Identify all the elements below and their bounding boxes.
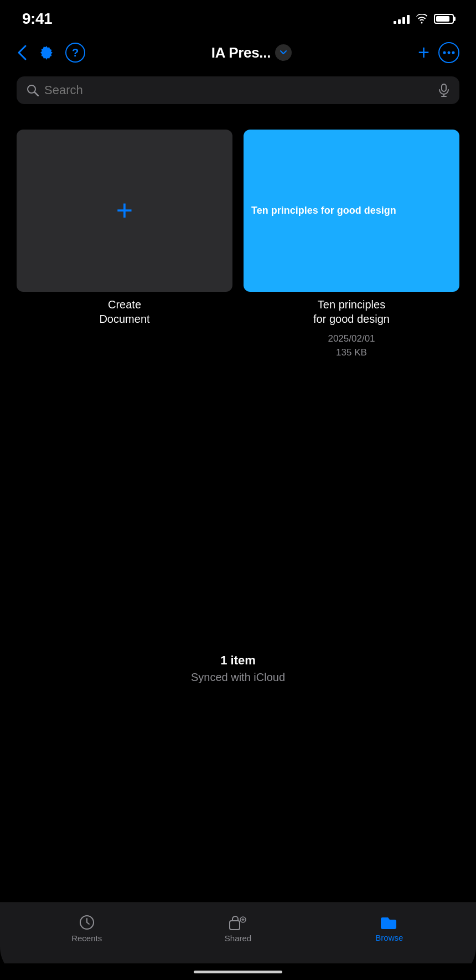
svg-line-4 bbox=[35, 92, 39, 96]
browse-icon bbox=[380, 915, 399, 930]
search-input[interactable] bbox=[44, 83, 433, 97]
svg-point-0 bbox=[443, 51, 446, 54]
files-grid: + Create Document Ten principles for goo… bbox=[17, 124, 459, 365]
battery-fill bbox=[436, 16, 449, 22]
bottom-status: 1 item Synced with iCloud bbox=[17, 642, 459, 695]
help-button[interactable]: ? bbox=[65, 43, 85, 63]
tab-bar: Recents Shared Browse bbox=[0, 902, 476, 963]
home-indicator bbox=[0, 963, 476, 980]
status-icons bbox=[394, 14, 454, 24]
tab-recents-label: Recents bbox=[71, 933, 102, 943]
add-button[interactable]: + bbox=[418, 41, 430, 64]
document-meta-0: 2025/02/01 135 KB bbox=[328, 332, 375, 360]
battery-icon bbox=[434, 14, 454, 24]
create-plus-icon: + bbox=[116, 196, 133, 225]
title-group: IA Pres... bbox=[94, 44, 409, 61]
svg-point-1 bbox=[448, 51, 451, 54]
svg-point-2 bbox=[452, 51, 455, 54]
recents-icon bbox=[79, 914, 95, 931]
settings-button[interactable] bbox=[37, 43, 56, 63]
status-time: 9:41 bbox=[22, 10, 52, 28]
item-count: 1 item bbox=[28, 653, 448, 668]
gear-icon bbox=[38, 44, 55, 61]
search-container bbox=[0, 72, 476, 113]
shared-icon bbox=[229, 914, 247, 931]
tab-shared-label: Shared bbox=[225, 933, 251, 943]
tab-recents[interactable]: Recents bbox=[65, 914, 109, 943]
status-bar: 9:41 bbox=[0, 0, 476, 33]
document-thumbnail-text-0: Ten principles for good design bbox=[251, 204, 452, 217]
tab-browse-label: Browse bbox=[375, 933, 403, 942]
more-button[interactable] bbox=[438, 42, 459, 63]
wifi-icon bbox=[415, 14, 428, 24]
search-bar[interactable] bbox=[17, 76, 459, 104]
help-label: ? bbox=[72, 47, 79, 59]
main-content: + Create Document Ten principles for goo… bbox=[0, 113, 476, 902]
nav-title: IA Pres... bbox=[211, 44, 271, 61]
svg-rect-9 bbox=[230, 921, 240, 930]
nav-bar: ? IA Pres... + bbox=[0, 33, 476, 72]
dropdown-button[interactable] bbox=[275, 44, 292, 61]
signal-icon bbox=[394, 14, 410, 24]
svg-rect-5 bbox=[442, 84, 446, 91]
document-thumbnail-0: Ten principles for good design bbox=[244, 130, 459, 292]
document-name-0: Ten principles for good design bbox=[313, 297, 390, 326]
home-bar bbox=[194, 971, 282, 973]
create-document-item[interactable]: + Create Document bbox=[17, 130, 232, 360]
tab-browse[interactable]: Browse bbox=[367, 915, 411, 942]
phone-frame: 9:41 bbox=[0, 0, 476, 980]
search-icon bbox=[27, 84, 39, 96]
document-date-0: 2025/02/01 bbox=[328, 332, 375, 346]
document-size-0: 135 KB bbox=[328, 345, 375, 360]
tab-shared[interactable]: Shared bbox=[216, 914, 260, 943]
sync-status: Synced with iCloud bbox=[28, 671, 448, 684]
create-document-label: Create Document bbox=[99, 297, 149, 326]
create-document-thumbnail: + bbox=[17, 130, 232, 292]
back-button[interactable] bbox=[17, 44, 28, 61]
document-item-0[interactable]: Ten principles for good design Ten princ… bbox=[244, 130, 459, 360]
mic-icon[interactable] bbox=[438, 84, 449, 97]
